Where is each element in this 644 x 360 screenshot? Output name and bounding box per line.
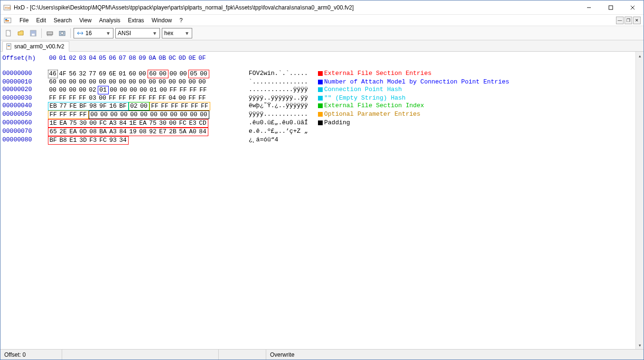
svg-rect-21 [8, 45, 10, 46]
open-ram-button[interactable] [45, 28, 55, 38]
menu-app-icon [3, 16, 12, 25]
toolbar-sep-2 [70, 28, 71, 38]
legend-entry: External File Section Index [318, 102, 424, 111]
toolbar: 16 ▾ ANSI ▾ hex ▾ [0, 26, 644, 40]
svg-rect-22 [8, 46, 10, 46]
hex-view[interactable]: Offset(h) 000102030405060708090A0B0C0D0E… [0, 52, 635, 349]
main-window: HxD HxD - [C:\Users\spike\Desktop\MQPM\A… [0, 0, 644, 360]
menubar: File Edit Search View Analysis Extras Wi… [0, 15, 644, 26]
mdi-controls: — ❐ ✕ [616, 17, 641, 24]
number-base-value: hex [164, 30, 183, 37]
svg-point-18 [61, 32, 64, 35]
close-button[interactable] [622, 0, 644, 15]
legend-entry: External File Section Entries [318, 70, 431, 78]
menu-help[interactable]: ? [176, 16, 187, 25]
maximize-button[interactable] [600, 0, 622, 15]
minimize-button[interactable] [578, 0, 600, 15]
mdi-close[interactable]: ✕ [633, 17, 641, 24]
svg-rect-8 [5, 20, 9, 21]
menu-extras[interactable]: Extras [124, 16, 148, 25]
save-file-button[interactable] [28, 28, 38, 38]
legend-entry: Connection Point Hash [318, 86, 402, 94]
window-buttons [578, 0, 644, 15]
chevron-down-icon: ▾ [104, 30, 112, 37]
status-offset: Offset: 0 [0, 350, 62, 360]
hex-row[interactable]: 00000000 464F563277696E01600060000000050… [2, 70, 634, 78]
scroll-track[interactable] [636, 60, 644, 341]
content-area: Offset(h) 000102030405060708090A0B0C0D0E… [0, 52, 644, 349]
window-title: HxD - [C:\Users\spike\Desktop\MQPM\Asset… [14, 4, 578, 11]
legend-entry: Padding [318, 119, 350, 128]
hex-row[interactable]: 00000070 652EEA0D08BAA384190892E72B5AA08… [2, 128, 634, 136]
legend-entry: Number of Attach Model by Connection Poi… [318, 78, 509, 86]
bytes-per-row-combo[interactable]: 16 ▾ [74, 28, 113, 38]
file-icon [6, 43, 12, 50]
hex-row[interactable]: 00000010 6000000000000000000000000000000… [2, 78, 634, 86]
open-file-button[interactable] [16, 28, 26, 38]
svg-rect-3 [609, 6, 613, 9]
menu-search[interactable]: Search [50, 16, 75, 25]
width-icon [76, 30, 84, 37]
hex-row[interactable]: 00000020 000000000201000000000100FFFFFFF… [2, 86, 634, 94]
hex-row[interactable]: 00000060 1EEA753000FCA3841EEA753000FCE3C… [2, 119, 634, 128]
menu-view[interactable]: View [75, 16, 95, 25]
status-cell-3 [219, 350, 266, 360]
charset-combo[interactable]: ANSI ▾ [115, 28, 160, 38]
hex-row[interactable]: 00000080 BFB8E13DF3FC9334 ¿¸á=óü“4 [2, 136, 634, 145]
tab-label: sna0_arm0_v00.fv2 [14, 43, 64, 50]
hex-row[interactable]: 00000050 FFFFFFFF00000000000000000000000… [2, 111, 634, 119]
menu-analysis[interactable]: Analysis [95, 16, 124, 25]
chevron-down-icon: ▾ [183, 30, 191, 37]
svg-text:HxD: HxD [5, 6, 11, 10]
status-cell-2 [62, 350, 219, 360]
number-base-combo[interactable]: hex ▾ [162, 28, 192, 38]
menu-file[interactable]: File [16, 16, 32, 25]
statusbar: Offset: 0 Overwrite [0, 349, 644, 360]
file-tab[interactable]: sna0_arm0_v00.fv2 [2, 41, 69, 52]
svg-rect-7 [5, 19, 7, 20]
app-icon: HxD [3, 4, 11, 11]
new-file-button[interactable] [3, 28, 14, 38]
scroll-up-icon[interactable]: ▴ [636, 52, 644, 60]
hex-header: Offset(h) 000102030405060708090A0B0C0D0E… [2, 55, 634, 62]
vertical-scrollbar[interactable]: ▴ ▾ [635, 52, 644, 349]
hex-row[interactable]: 00000040 EB77FEBF989F16BF0200FFFFFFFFFFF… [2, 102, 634, 111]
titlebar: HxD HxD - [C:\Users\spike\Desktop\MQPM\A… [0, 0, 644, 15]
legend-entry: "" (Empty String) Hash [318, 94, 406, 102]
legend-entry: Optional Parameter Entries [318, 111, 420, 119]
svg-rect-12 [47, 32, 53, 35]
scroll-down-icon[interactable]: ▾ [636, 341, 644, 349]
menu-edit[interactable]: Edit [32, 16, 50, 25]
bytes-per-row-value: 16 [85, 30, 104, 37]
open-disk-button[interactable] [57, 28, 67, 38]
hex-row[interactable]: 00000030 FFFFFFFF0300FFFFFFFFFFFF0400FFF… [2, 94, 634, 102]
chevron-down-icon: ▾ [151, 30, 159, 37]
menu-window[interactable]: Window [148, 16, 176, 25]
charset-value: ANSI [118, 30, 151, 37]
svg-rect-11 [32, 34, 35, 36]
mdi-restore[interactable]: ❐ [625, 17, 632, 24]
tabbar: sna0_arm0_v00.fv2 [0, 40, 644, 52]
mdi-minimize[interactable]: — [616, 17, 624, 24]
status-mode: Overwrite [266, 350, 644, 360]
toolbar-sep-1 [41, 28, 42, 38]
